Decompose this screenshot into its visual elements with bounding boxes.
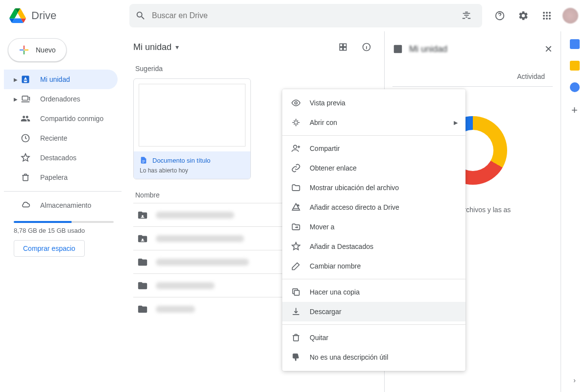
details-title: Mi unidad [409,44,447,54]
menu-item-label: Compartir [310,145,340,152]
menu-item-thumb-down[interactable]: No es una descripción útil [282,347,466,367]
header-actions [490,6,580,25]
menu-item-link[interactable]: Obtener enlace [282,158,466,178]
shared-folder-icon [137,233,148,244]
folder-icon [137,257,148,268]
sidebar-item-my-drive[interactable]: ▶ Mi unidad [4,70,118,89]
context-menu: Vista previa Abrir con ▶ Compartir Obten… [282,89,466,371]
divider [4,191,122,192]
header: Drive [0,0,588,31]
menu-item-person-add[interactable]: Compartir [282,139,466,158]
sidebar-item-label: Ordenadores [40,95,80,103]
menu-item-copy[interactable]: Hacer una copia [282,282,466,302]
computers-icon [20,94,31,104]
svg-point-7 [543,18,545,20]
folder-icon [290,183,302,193]
apps-icon[interactable] [537,6,557,25]
folder-name [156,306,195,313]
chevron-down-icon[interactable]: ▾ [175,43,179,51]
help-icon[interactable] [490,6,510,25]
sidebar-item-trash[interactable]: Papelera [4,168,118,187]
menu-item-star[interactable]: Añadir a Destacados [282,237,466,256]
svg-point-2 [546,12,548,14]
svg-point-1 [543,12,545,14]
settings-icon[interactable] [514,6,533,25]
menu-item-open-with[interactable]: Abrir con ▶ [282,113,466,132]
sidebar-item-storage[interactable]: Almacenamiento [4,196,118,215]
shared-folder-icon [137,210,148,220]
search-options-icon[interactable] [457,6,476,25]
drive-logo-icon [8,6,27,25]
svg-point-3 [549,12,551,14]
tab-activity[interactable]: Actividad [509,67,553,86]
suggested-heading: Sugerida [135,65,376,73]
menu-item-download[interactable]: Descargar [282,302,466,321]
suggested-card[interactable]: Documento sin título Lo has abierto hoy [133,78,251,179]
app-name: Drive [31,9,56,22]
info-icon[interactable] [357,37,376,57]
chevron-right-icon[interactable]: › [573,376,576,384]
menu-item-label: Mostrar ubicación del archivo [310,184,399,192]
folder-name [156,282,215,289]
new-button-label: Nuevo [36,46,55,54]
storage-text: 8,78 GB de 15 GB usado [14,227,114,234]
plus-icon[interactable]: + [571,104,578,117]
buy-storage-button[interactable]: Comprar espacio [14,240,85,257]
new-button[interactable]: Nuevo [8,38,67,62]
folder-icon [137,280,148,291]
menu-item-trash[interactable]: Quitar [282,328,466,347]
keep-icon[interactable] [570,61,580,71]
menu-item-rename[interactable]: Cambiar nombre [282,256,466,276]
svg-point-20 [294,145,297,148]
download-icon [290,307,302,317]
menu-item-label: Añadir acceso directo a Drive [310,203,399,211]
svg-point-18 [142,239,144,241]
chevron-right-icon: ▶ [454,120,458,126]
svg-point-4 [543,15,545,17]
menu-item-drive-shortcut[interactable]: Añadir acceso directo a Drive [282,197,466,217]
menu-item-label: Quitar [310,334,328,342]
drive-icon [20,74,31,84]
grid-view-icon[interactable] [333,37,353,57]
search-icon [135,10,146,21]
tasks-icon[interactable] [570,82,580,92]
menu-divider [282,279,466,279]
chevron-right-icon: ▶ [14,97,20,102]
sidebar-item-starred[interactable]: Destacados [4,148,118,168]
svg-point-5 [546,15,548,17]
card-preview [139,84,245,147]
copy-icon [290,287,302,297]
account-avatar[interactable] [561,6,580,25]
svg-rect-12 [340,44,343,47]
menu-item-label: Descargar [310,308,342,316]
svg-rect-14 [340,48,343,50]
menu-item-move[interactable]: Mover a [282,217,466,237]
sidebar-item-shared[interactable]: Compartido conmigo [4,109,118,128]
menu-item-label: Obtener enlace [310,164,357,172]
breadcrumb-current[interactable]: Mi unidad [133,42,172,52]
search-input[interactable] [152,11,457,20]
shared-icon [20,114,31,123]
calendar-icon[interactable] [570,39,580,49]
svg-point-19 [295,102,297,104]
drive-icon [392,44,403,54]
sidebar: Nuevo ▶ Mi unidad ▶ Ordenadores Comparti… [0,31,125,392]
rename-icon [290,261,302,271]
folder-name [156,235,244,242]
search-bar[interactable] [129,4,482,27]
menu-item-label: Abrir con [310,119,337,126]
sidebar-item-computers[interactable]: ▶ Ordenadores [4,89,118,109]
menu-item-folder[interactable]: Mostrar ubicación del archivo [282,178,466,197]
folder-icon [137,304,148,315]
details-tabs: Actividad [392,67,553,87]
sidebar-item-label: Papelera [40,173,68,181]
svg-rect-21 [294,291,299,295]
close-icon[interactable]: ✕ [544,43,553,55]
svg-point-17 [142,215,144,217]
thumb-down-icon [290,352,302,362]
side-rail: + › [561,31,588,392]
logo-area[interactable]: Drive [8,6,129,25]
sidebar-item-recent[interactable]: Reciente [4,128,118,148]
menu-item-eye[interactable]: Vista previa [282,93,466,113]
svg-point-9 [549,18,551,20]
